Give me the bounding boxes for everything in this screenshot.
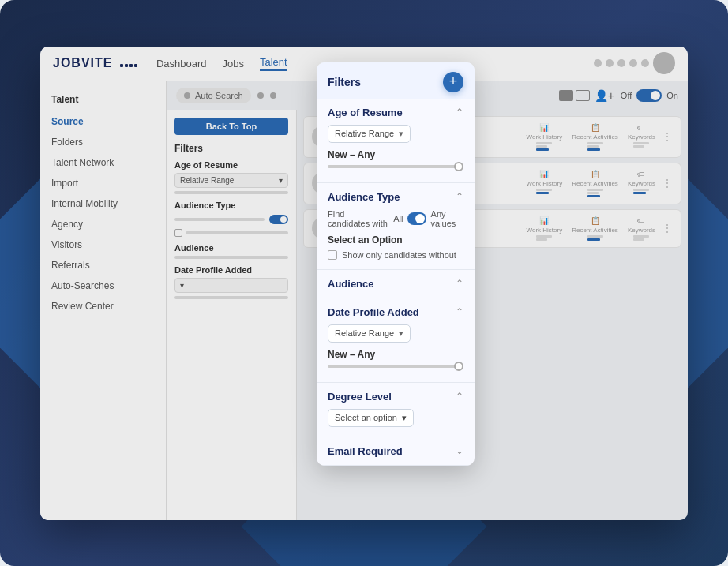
degree-level-title: Degree Level: [328, 391, 392, 403]
email-required-header[interactable]: Email Required ⌄: [317, 437, 475, 465]
date-value-display: New – Any: [328, 349, 463, 360]
modal-body: Age of Resume ⌃ Relative Range ▾ New – A…: [317, 99, 475, 466]
age-chevron-up-icon: ⌃: [456, 107, 463, 118]
audience-type-content: Find candidates with All Any values Sele…: [317, 209, 475, 269]
date-relative-range-dropdown[interactable]: Relative Range ▾: [328, 324, 411, 343]
degree-level-content: Select an option ▾: [317, 409, 475, 437]
audience-chevron-up-icon: ⌃: [456, 278, 463, 289]
find-candidates-label: Find candidates with: [328, 209, 388, 228]
audience-title: Audience: [328, 278, 374, 290]
age-of-resume-section: Age of Resume ⌃ Relative Range ▾ New – A…: [317, 99, 475, 183]
filter-modal: Filters + Age of Resume ⌃: [317, 62, 475, 466]
age-range-track[interactable]: [328, 165, 463, 168]
degree-dropdown-arrow-icon: ▾: [402, 413, 407, 423]
age-range-thumb[interactable]: [454, 162, 463, 171]
audience-type-header[interactable]: Audience Type ⌃: [317, 183, 475, 209]
age-dropdown-label: Relative Range: [335, 129, 394, 138]
email-required-title: Email Required: [328, 445, 403, 457]
email-chevron-down-icon: ⌄: [456, 445, 463, 456]
audience-header[interactable]: Audience ⌃: [317, 270, 475, 298]
audience-type-title: Audience Type: [328, 191, 400, 203]
degree-select-dropdown[interactable]: Select an option ▾: [328, 409, 414, 427]
any-values-label: Any values: [431, 209, 463, 228]
audience-type-toggle[interactable]: [407, 212, 426, 225]
date-range-track[interactable]: [328, 365, 463, 368]
filter-modal-overlay: Filters + Age of Resume ⌃: [40, 47, 688, 520]
date-profile-chevron-up-icon: ⌃: [456, 306, 463, 317]
date-range-fill: [328, 365, 463, 368]
date-dropdown-label: Relative Range: [335, 328, 394, 338]
age-relative-range-dropdown[interactable]: Relative Range ▾: [328, 125, 411, 143]
audience-section: Audience ⌃: [317, 270, 475, 298]
degree-chevron-up-icon: ⌃: [456, 391, 463, 402]
date-dropdown-arrow-icon: ▾: [399, 328, 403, 339]
age-range-fill: [328, 165, 463, 168]
age-of-resume-title: Age of Resume: [328, 107, 403, 118]
date-dropdown-row: Relative Range ▾: [328, 324, 463, 343]
audience-type-chevron-up-icon: ⌃: [456, 191, 463, 202]
date-profile-section: Date Profile Added ⌃ Relative Range ▾ Ne…: [317, 298, 475, 383]
checkbox-row: Show only candidates without: [328, 250, 463, 260]
outer-background: JOBVITE Dashboard Jobs Talent: [0, 0, 728, 566]
modal-add-button[interactable]: +: [443, 72, 463, 92]
age-dropdown-row: Relative Range ▾: [328, 125, 463, 143]
degree-select-label: Select an option: [335, 413, 397, 422]
age-dropdown-arrow-icon: ▾: [399, 129, 403, 139]
all-label: All: [393, 214, 403, 223]
date-profile-title: Date Profile Added: [328, 306, 419, 318]
show-without-checkbox[interactable]: [328, 250, 337, 260]
date-profile-content: Relative Range ▾ New – Any: [317, 324, 475, 382]
audience-type-toggle-row: Find candidates with All Any values: [328, 209, 463, 228]
audience-type-toggle-thumb: [415, 214, 425, 223]
email-required-section: Email Required ⌄: [317, 437, 475, 466]
modal-title: Filters: [328, 76, 361, 88]
date-range-thumb[interactable]: [454, 362, 463, 371]
age-of-resume-header[interactable]: Age of Resume ⌃: [317, 99, 475, 125]
app-window: JOBVITE Dashboard Jobs Talent: [40, 47, 688, 520]
degree-level-section: Degree Level ⌃ Select an option ▾: [317, 383, 475, 437]
audience-type-section: Audience Type ⌃ Find candidates with All…: [317, 183, 475, 270]
date-profile-header[interactable]: Date Profile Added ⌃: [317, 298, 475, 324]
modal-header: Filters +: [317, 62, 475, 99]
degree-level-header[interactable]: Degree Level ⌃: [317, 383, 475, 409]
show-without-label: Show only candidates without: [342, 250, 456, 260]
age-value-display: New – Any: [328, 149, 463, 160]
age-of-resume-content: Relative Range ▾ New – Any: [317, 125, 475, 182]
select-option-text: Select an Option: [328, 234, 463, 246]
